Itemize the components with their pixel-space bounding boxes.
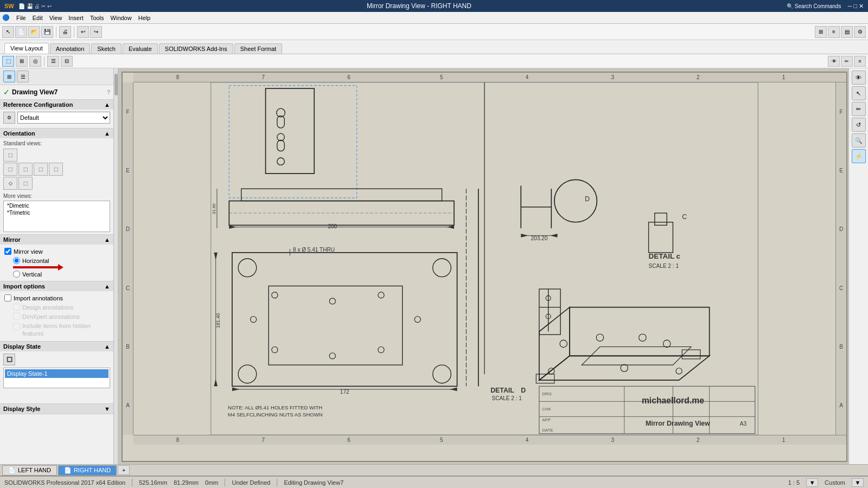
config-dropdown[interactable]: Default bbox=[17, 112, 110, 124]
svg-text:181.40: 181.40 bbox=[216, 313, 221, 328]
view-btn-left[interactable]: ⬚ bbox=[18, 163, 33, 176]
sec-right-btn1[interactable]: 👁 bbox=[828, 56, 840, 67]
toolbar-view3[interactable]: ▤ bbox=[841, 26, 853, 38]
view-btn-iso[interactable]: ⬚ bbox=[49, 163, 63, 176]
view-btn-top[interactable]: ⬚ bbox=[3, 163, 17, 176]
tab-view-layout[interactable]: View Layout bbox=[4, 43, 49, 54]
horizontal-radio[interactable] bbox=[13, 257, 20, 264]
menu-window[interactable]: Window bbox=[107, 14, 135, 22]
tab-addins[interactable]: SOLIDWORKS Add-Ins bbox=[159, 43, 233, 54]
import-annotations-label[interactable]: Import annotations bbox=[14, 295, 63, 301]
status-bar: SOLIDWORKS Professional 2017 x64 Edition… bbox=[0, 476, 868, 488]
tab-evaluate[interactable]: Evaluate bbox=[123, 43, 158, 54]
checkmark-icon: ✓ bbox=[3, 88, 10, 97]
rs-btn-eye[interactable]: 👁 bbox=[852, 70, 866, 85]
import-options-label: Import options bbox=[3, 283, 45, 290]
svg-point-76 bbox=[548, 368, 554, 374]
mirror-view-label[interactable]: Mirror view bbox=[14, 248, 43, 255]
horizontal-label[interactable]: Horizontal bbox=[22, 258, 49, 264]
status-state: Under Defined bbox=[232, 479, 270, 486]
toolbar-save[interactable]: 💾 bbox=[41, 26, 53, 38]
config-icon: ⚙ bbox=[3, 112, 15, 124]
svg-marker-40 bbox=[214, 379, 218, 386]
toolbar-view4[interactable]: ⚙ bbox=[854, 26, 866, 38]
display-state-item[interactable]: Display State-1 bbox=[5, 369, 108, 378]
sec-toolbar-btn5[interactable]: ⊟ bbox=[61, 56, 73, 67]
toolbar-print[interactable]: 🖨 bbox=[59, 26, 71, 38]
mirror-view-row: Mirror view bbox=[4, 247, 109, 256]
display-state-header[interactable]: Display State ▲ bbox=[0, 342, 113, 351]
tab-sheet-format[interactable]: Sheet Format bbox=[234, 43, 283, 54]
display-style-header[interactable]: Display Style ▼ bbox=[0, 404, 113, 414]
view-btn-bottom[interactable]: ◇ bbox=[3, 177, 17, 190]
menu-insert[interactable]: Insert bbox=[65, 14, 87, 22]
svg-point-73 bbox=[621, 364, 628, 371]
tab-right-hand[interactable]: 📄 RIGHT HAND bbox=[58, 465, 117, 476]
toolbar-open[interactable]: 📂 bbox=[28, 26, 40, 38]
svg-point-31 bbox=[272, 347, 278, 353]
display-state-list[interactable]: Display State-1 bbox=[3, 368, 110, 388]
svg-point-70 bbox=[639, 334, 646, 341]
panel-scrollbar[interactable] bbox=[114, 68, 118, 464]
sec-right-btn2[interactable]: ✏ bbox=[841, 56, 853, 67]
vertical-label[interactable]: Vertical bbox=[22, 271, 42, 278]
tab-annotation[interactable]: Annotation bbox=[50, 43, 91, 54]
sec-toolbar-btn2[interactable]: ⊞ bbox=[16, 56, 28, 67]
menu-view[interactable]: View bbox=[46, 14, 66, 22]
import-annotations-checkbox[interactable] bbox=[4, 294, 11, 301]
toolbar-undo[interactable]: ↩ bbox=[77, 26, 89, 38]
arrow-indicator-row bbox=[13, 266, 109, 268]
toolbar-view2[interactable]: ≡ bbox=[828, 26, 840, 38]
panel-icon-props[interactable]: ☰ bbox=[17, 70, 29, 82]
panel-icon-feature[interactable]: ⊞ bbox=[3, 70, 15, 82]
sec-toolbar-btn4[interactable]: ☰ bbox=[47, 56, 59, 67]
mirror-view-checkbox[interactable] bbox=[4, 248, 11, 255]
reference-config-header[interactable]: Reference Configuration ▲ bbox=[0, 100, 113, 110]
toolbar-view1[interactable]: ⊞ bbox=[815, 26, 827, 38]
more-views-item-trimetric[interactable]: *Trimetric bbox=[6, 209, 107, 216]
reference-config-section: Reference Configuration ▲ ⚙ Default bbox=[0, 100, 113, 129]
view-btn-front[interactable]: ⬚ bbox=[3, 149, 17, 162]
ruler-bot-6: 6 bbox=[347, 437, 350, 443]
tab-left-hand[interactable]: 📄 LEFT HAND bbox=[2, 465, 57, 476]
help-icon[interactable]: ? bbox=[107, 89, 110, 95]
reference-config-label: Reference Configuration bbox=[3, 101, 73, 108]
scrollbar-thumb[interactable] bbox=[114, 74, 118, 95]
scale-arrow[interactable]: ▼ bbox=[806, 478, 818, 487]
menu-tools[interactable]: Tools bbox=[87, 14, 107, 22]
more-views-item-dimetric[interactable]: *Dimetric bbox=[6, 202, 107, 209]
tab-sketch[interactable]: Sketch bbox=[91, 43, 122, 54]
ruler-num-5: 5 bbox=[440, 74, 443, 80]
sec-toolbar-btn1[interactable]: ⬚ bbox=[2, 56, 14, 67]
display-state-section: Display State ▲ 🔲 Display State-1 bbox=[0, 342, 113, 404]
window-controls[interactable]: ─ □ ✕ bbox=[847, 3, 864, 10]
vertical-radio[interactable] bbox=[13, 271, 20, 278]
tab-add-sheet[interactable]: + bbox=[118, 465, 130, 475]
toolbar-arrow[interactable]: ↖ bbox=[2, 26, 14, 38]
view-btn-back[interactable]: ⬚ bbox=[18, 177, 33, 190]
mirror-header[interactable]: Mirror ▲ bbox=[0, 235, 113, 245]
menu-help[interactable]: Help bbox=[135, 14, 154, 22]
svg-rect-21 bbox=[232, 253, 457, 387]
toolbar-new[interactable]: 📄 bbox=[15, 26, 27, 38]
tab-right-hand-label: RIGHT HAND bbox=[74, 467, 111, 473]
svg-marker-43 bbox=[232, 388, 239, 391]
rs-btn-active[interactable]: ⚡ bbox=[852, 149, 866, 163]
more-views-box[interactable]: *Dimetric *Trimetric bbox=[3, 201, 110, 232]
sec-right-btn3[interactable]: ≡ bbox=[854, 56, 866, 67]
sec-toolbar-btn3[interactable]: ◎ bbox=[29, 56, 41, 67]
rs-btn-zoom[interactable]: 🔍 bbox=[852, 133, 866, 147]
rs-btn-pencil[interactable]: ✏ bbox=[852, 102, 866, 116]
menu-edit[interactable]: Edit bbox=[29, 14, 46, 22]
search-commands[interactable]: 🔍 Search Commands bbox=[787, 3, 841, 9]
view-btn-right[interactable]: ⬚ bbox=[34, 163, 48, 176]
menu-file[interactable]: File bbox=[13, 14, 29, 22]
import-options-header[interactable]: Import options ▲ bbox=[0, 281, 113, 291]
rs-btn-refresh[interactable]: ↺ bbox=[852, 118, 866, 132]
custom-arrow[interactable]: ▼ bbox=[852, 478, 864, 487]
ruler-num-8: 8 bbox=[176, 74, 180, 80]
toolbar-redo[interactable]: ↪ bbox=[90, 26, 102, 38]
svg-marker-17 bbox=[229, 225, 236, 229]
orientation-header[interactable]: Orientation ▲ bbox=[0, 129, 113, 138]
rs-btn-cursor[interactable]: ↖ bbox=[852, 86, 866, 100]
